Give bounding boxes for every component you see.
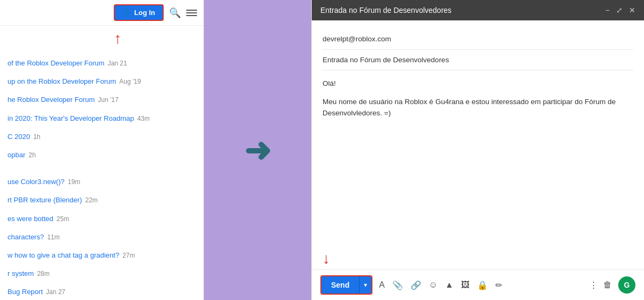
drive-icon[interactable]: ▲ <box>445 280 453 290</box>
arrow-down-icon: ↓ <box>323 250 330 267</box>
list-link[interactable]: Bug Report <box>8 287 43 297</box>
list-item: r system 28m <box>0 265 203 283</box>
list-link[interactable]: in 2020: This Year's Developer Roadmap <box>8 114 134 123</box>
email-subject-field: Entrada no Fórum de Desenvolvedores <box>323 50 633 71</box>
send-button[interactable]: Send <box>321 276 359 294</box>
list-time: 22m <box>85 196 98 205</box>
list-item: characters? 11m <box>0 228 203 246</box>
toolbar-more: ⋮ 🗑 <box>589 280 612 290</box>
user-icon: 👤 <box>122 9 131 17</box>
lock-icon[interactable]: 🔒 <box>477 280 488 290</box>
list-link[interactable]: use Color3.new()? <box>8 177 64 187</box>
menu-button[interactable] <box>186 10 197 16</box>
more-options-icon[interactable]: ⋮ <box>589 280 598 290</box>
login-label: Log In <box>134 9 155 17</box>
list-link[interactable]: opbar <box>8 150 25 160</box>
menu-line-2 <box>186 12 197 13</box>
list-link[interactable]: rt PBR texture (Blender) <box>8 195 82 205</box>
avatar: G <box>618 276 635 294</box>
list-link[interactable]: r system <box>8 269 34 279</box>
close-button[interactable]: ✕ <box>629 6 635 14</box>
list-time: 19m <box>68 178 80 187</box>
forum-list: of the Roblox Developer Forum Jan 21 up … <box>0 49 203 300</box>
list-time: 1h <box>33 133 40 142</box>
list-link[interactable]: up on the Roblox Developer Forum <box>8 77 116 86</box>
email-panel: Entrada no Fórum de Desenvolvedores − ⤢ … <box>311 0 644 300</box>
list-link[interactable]: of the Roblox Developer Forum <box>8 58 105 68</box>
email-header: Entrada no Fórum de Desenvolvedores − ⤢ … <box>312 0 644 20</box>
send-button-group: Send ▾ <box>320 275 372 295</box>
list-time: Jan 21 <box>108 59 127 68</box>
list-time: 43m <box>137 114 150 123</box>
list-item: w how to give a chat tag a gradient? 27m <box>0 246 203 265</box>
pen-icon[interactable]: ✏ <box>495 280 502 290</box>
list-item: opbar 2h <box>0 146 203 164</box>
list-time: 28m <box>37 269 49 279</box>
send-dropdown-button[interactable]: ▾ <box>359 276 371 294</box>
list-item: Bug Report Jan 27 <box>0 283 203 300</box>
email-header-controls: − ⤢ ✕ <box>605 6 635 14</box>
email-toolbar: A 📎 🔗 ☺ ▲ 🖼 🔒 ✏ ⋮ 🗑 <box>379 280 612 290</box>
list-item: of the Roblox Developer Forum Jan 21 <box>0 54 203 72</box>
link-icon[interactable]: 🔗 <box>411 280 421 290</box>
list-link[interactable]: es were botted <box>8 214 53 224</box>
emoji-icon[interactable]: ☺ <box>429 280 437 290</box>
image-icon[interactable]: 🖼 <box>461 280 470 290</box>
list-time: Aug '19 <box>119 77 141 86</box>
list-time: 25m <box>56 215 69 224</box>
attach-icon[interactable]: 📎 <box>392 280 403 290</box>
list-link[interactable]: characters? <box>8 232 44 242</box>
list-item: in 2020: This Year's Developer Roadmap 4… <box>0 109 203 128</box>
list-time: Jan 27 <box>46 288 65 297</box>
trash-icon[interactable]: 🗑 <box>603 280 612 290</box>
email-header-title: Entrada no Fórum de Desenvolvedores <box>320 6 451 14</box>
email-footer: Send ▾ A 📎 🔗 ☺ ▲ 🖼 🔒 ✏ ⋮ 🗑 G <box>312 269 644 300</box>
email-content: Olá! Meu nome de usuário na Roblox é Gu4… <box>323 70 633 127</box>
list-item: rt PBR texture (Blender) 22m <box>0 191 203 209</box>
list-item: use Color3.new()? 19m <box>0 173 203 191</box>
arrow-up-icon: ↑ <box>114 31 122 46</box>
list-time: 11m <box>47 233 60 242</box>
list-link[interactable]: he Roblox Developer Forum <box>8 95 95 105</box>
search-button[interactable]: 🔍 <box>169 7 181 19</box>
list-item: es were botted 25m <box>0 210 203 228</box>
list-link[interactable]: w how to give a chat tag a gradient? <box>8 251 119 260</box>
minimize-button[interactable]: − <box>605 6 610 14</box>
arrow-down-container: ↓ <box>312 250 644 269</box>
email-subject-value: Entrada no Fórum de Desenvolvedores <box>323 56 449 64</box>
login-button[interactable]: 👤 Log In <box>114 4 164 21</box>
restore-button[interactable]: ⤢ <box>616 6 623 14</box>
list-time: 27m <box>122 251 135 260</box>
email-to-field: devrelpt@roblox.com <box>323 29 633 50</box>
menu-line-1 <box>186 10 197 11</box>
email-to-value: devrelpt@roblox.com <box>323 35 391 43</box>
list-item <box>0 164 203 173</box>
arrow-up-container: ↑ <box>0 26 203 49</box>
arrow-right-icon: ➜ <box>244 131 271 169</box>
left-panel: 👤 Log In 🔍 ↑ of the Roblox Developer For… <box>0 0 204 300</box>
email-body-text: Meu nome de usuário na Roblox é Gu4rana … <box>323 96 633 119</box>
email-greeting: Olá! <box>323 78 633 90</box>
list-item: he Roblox Developer Forum Jun '17 <box>0 91 203 109</box>
middle-panel: ➜ <box>204 0 311 300</box>
list-link[interactable]: C 2020 <box>8 132 30 142</box>
list-time: 2h <box>28 151 35 160</box>
menu-line-3 <box>186 15 197 16</box>
list-time: Jun '17 <box>98 96 119 105</box>
format-text-icon[interactable]: A <box>379 280 385 290</box>
top-bar: 👤 Log In 🔍 <box>0 0 203 26</box>
email-body: devrelpt@roblox.com Entrada no Fórum de … <box>312 20 644 250</box>
list-item: up on the Roblox Developer Forum Aug '19 <box>0 72 203 91</box>
list-item: C 2020 1h <box>0 128 203 146</box>
